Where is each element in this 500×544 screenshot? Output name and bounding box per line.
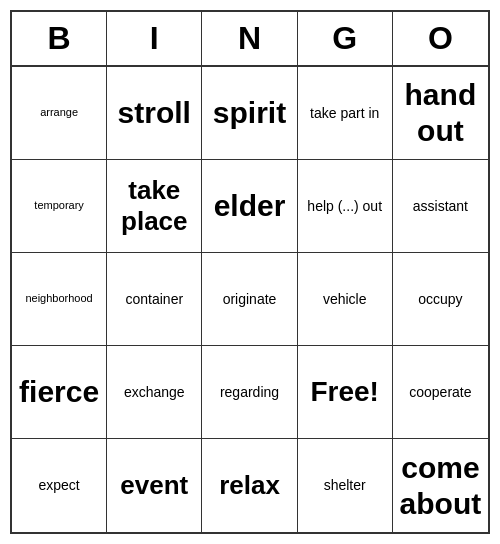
bingo-cell-19: cooperate (393, 346, 488, 439)
bingo-cell-7: elder (202, 160, 297, 253)
bingo-cell-22: relax (202, 439, 297, 532)
bingo-cell-14: occupy (393, 253, 488, 346)
header-letter-o: O (393, 12, 488, 65)
bingo-cell-16: exchange (107, 346, 202, 439)
bingo-cell-10: neighborhood (12, 253, 107, 346)
header-letter-i: I (107, 12, 202, 65)
bingo-cell-3: take part in (298, 67, 393, 160)
bingo-card: BINGO arrangestrollspirittake part inhan… (10, 10, 490, 534)
bingo-cell-6: take place (107, 160, 202, 253)
header-letter-n: N (202, 12, 297, 65)
bingo-cell-5: temporary (12, 160, 107, 253)
bingo-grid: arrangestrollspirittake part inhand outt… (12, 67, 488, 532)
bingo-cell-24: come about (393, 439, 488, 532)
bingo-cell-15: fierce (12, 346, 107, 439)
bingo-cell-4: hand out (393, 67, 488, 160)
bingo-cell-23: shelter (298, 439, 393, 532)
bingo-cell-11: container (107, 253, 202, 346)
bingo-cell-13: vehicle (298, 253, 393, 346)
bingo-cell-17: regarding (202, 346, 297, 439)
bingo-cell-21: event (107, 439, 202, 532)
header-letter-g: G (298, 12, 393, 65)
header-letter-b: B (12, 12, 107, 65)
bingo-cell-9: assistant (393, 160, 488, 253)
bingo-cell-18: Free! (298, 346, 393, 439)
bingo-cell-20: expect (12, 439, 107, 532)
bingo-cell-0: arrange (12, 67, 107, 160)
bingo-cell-8: help (...) out (298, 160, 393, 253)
bingo-header: BINGO (12, 12, 488, 67)
bingo-cell-2: spirit (202, 67, 297, 160)
bingo-cell-12: originate (202, 253, 297, 346)
bingo-cell-1: stroll (107, 67, 202, 160)
